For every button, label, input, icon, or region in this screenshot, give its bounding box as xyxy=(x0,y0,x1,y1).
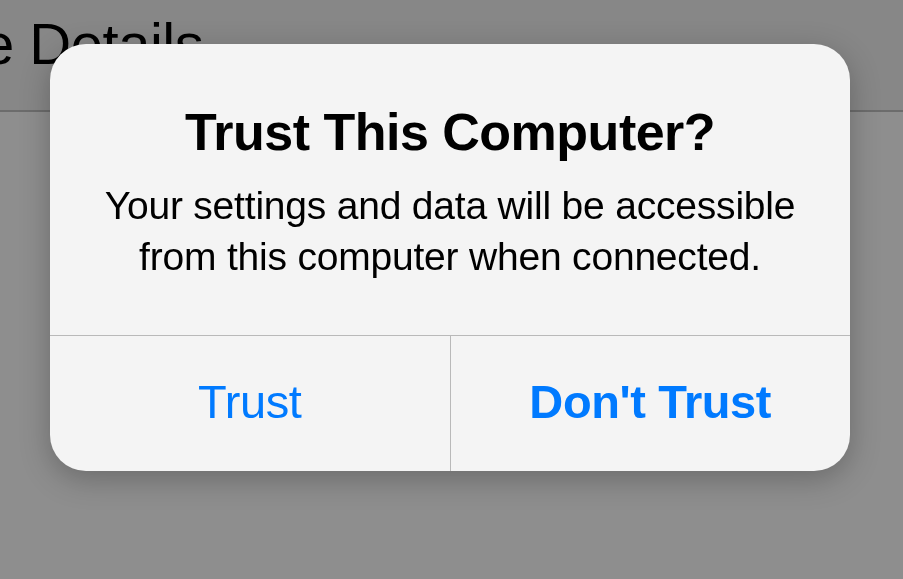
trust-button[interactable]: Trust xyxy=(50,336,451,471)
dialog-message: Your settings and data will be accessibl… xyxy=(100,180,800,283)
dialog-content: Trust This Computer? Your settings and d… xyxy=(50,44,850,335)
dialog-button-row: Trust Don't Trust xyxy=(50,335,850,471)
dont-trust-button[interactable]: Don't Trust xyxy=(451,336,851,471)
trust-computer-dialog: Trust This Computer? Your settings and d… xyxy=(50,44,850,471)
dialog-title: Trust This Computer? xyxy=(100,102,800,162)
